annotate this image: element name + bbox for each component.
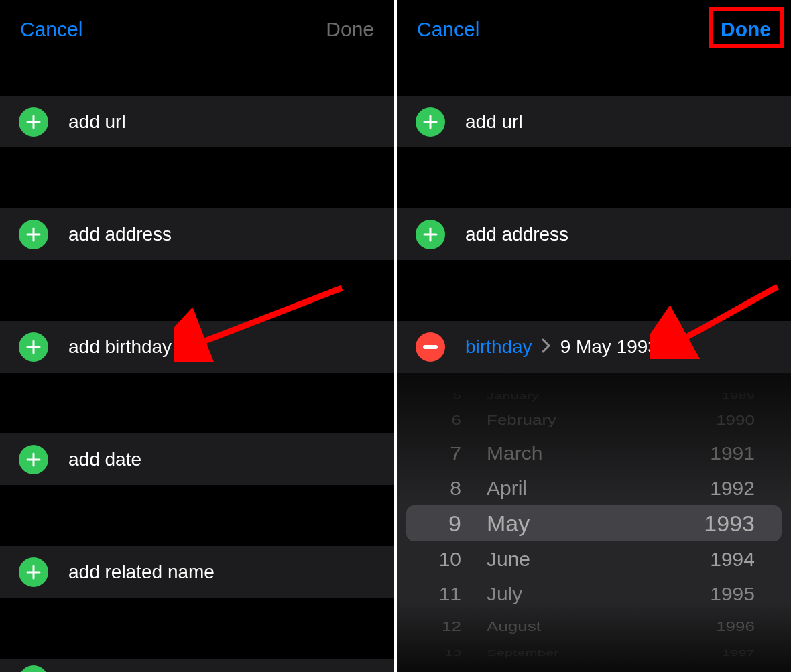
cancel-button[interactable]: Cancel — [20, 18, 82, 41]
picker-day-option[interactable]: 12 — [397, 614, 479, 639]
nav-bar: Cancel Done — [0, 0, 394, 59]
add-address-label: add address — [68, 224, 172, 245]
picker-day-option[interactable]: 6 — [397, 408, 479, 433]
add-related-name-label: add related name — [68, 561, 215, 583]
picker-month-wheel[interactable]: January February March April May June Ju… — [479, 373, 653, 672]
picker-day-option[interactable]: 8 — [397, 473, 479, 504]
picker-day-wheel[interactable]: 5 6 7 8 9 10 11 12 13 — [397, 373, 479, 672]
picker-year-option[interactable]: 1993 — [653, 508, 791, 539]
add-url-label: add url — [68, 111, 126, 133]
add-social-profile-row[interactable]: add social profile — [0, 658, 394, 672]
plus-icon — [19, 107, 48, 137]
picker-month-option[interactable]: April — [479, 473, 653, 504]
plus-icon — [416, 107, 445, 137]
date-picker[interactable]: 5 6 7 8 9 10 11 12 13 January February M… — [397, 373, 791, 672]
picker-year-option[interactable]: 1997 — [653, 644, 791, 663]
picker-day-option[interactable]: 10 — [397, 544, 479, 575]
birthday-type-button[interactable]: birthday — [465, 336, 532, 358]
picker-year-option[interactable]: 1989 — [653, 387, 791, 405]
picker-month-option[interactable]: February — [479, 408, 653, 433]
chevron-right-icon — [542, 338, 551, 356]
birthday-field-row[interactable]: birthday 9 May 1993 — [397, 320, 791, 373]
svg-rect-1 — [423, 345, 438, 349]
add-birthday-label: add birthday — [68, 336, 172, 358]
plus-icon — [19, 332, 48, 362]
plus-icon — [19, 445, 48, 474]
plus-icon — [19, 557, 48, 587]
picker-year-option[interactable]: 1995 — [653, 580, 791, 608]
add-birthday-row[interactable]: add birthday — [0, 320, 394, 373]
cancel-button[interactable]: Cancel — [417, 18, 479, 41]
picker-day-option[interactable]: 11 — [397, 580, 479, 608]
picker-year-option[interactable]: 1994 — [653, 544, 791, 575]
picker-month-option[interactable]: July — [479, 580, 653, 608]
annotation-highlight-box — [709, 7, 784, 48]
add-date-row[interactable]: add date — [0, 433, 394, 485]
minus-icon[interactable] — [416, 332, 445, 362]
add-url-label: add url — [465, 111, 523, 133]
picker-day-option[interactable]: 5 — [397, 387, 479, 405]
picker-month-option[interactable]: September — [479, 644, 653, 663]
picker-year-option[interactable]: 1992 — [653, 473, 791, 504]
contact-edit-screen-before: Cancel Done add url add address add birt… — [0, 0, 394, 672]
add-address-row[interactable]: add address — [0, 208, 394, 260]
picker-month-option[interactable]: June — [479, 544, 653, 575]
add-url-row[interactable]: add url — [397, 95, 791, 147]
picker-month-option[interactable]: May — [479, 508, 653, 539]
plus-icon — [19, 220, 48, 249]
add-related-name-row[interactable]: add related name — [0, 545, 394, 598]
picker-day-option[interactable]: 13 — [397, 644, 479, 663]
birthday-value: 9 May 1993 — [560, 336, 658, 358]
picker-day-option[interactable]: 7 — [397, 440, 479, 468]
picker-day-option[interactable]: 9 — [397, 508, 479, 539]
done-button[interactable]: Done — [326, 18, 374, 41]
picker-year-option[interactable]: 1990 — [653, 408, 791, 433]
plus-icon — [19, 665, 48, 672]
picker-month-option[interactable]: August — [479, 614, 653, 639]
picker-month-option[interactable]: March — [479, 440, 653, 468]
plus-icon — [416, 220, 445, 249]
picker-year-option[interactable]: 1996 — [653, 614, 791, 639]
add-address-label: add address — [465, 224, 568, 245]
add-date-label: add date — [68, 449, 141, 470]
contact-edit-screen-after: Cancel Done add url add address birthday… — [397, 0, 791, 672]
picker-month-option[interactable]: January — [479, 387, 653, 405]
picker-year-wheel[interactable]: 1989 1990 1991 1992 1993 1994 1995 1996 … — [653, 373, 791, 672]
add-address-row[interactable]: add address — [397, 208, 791, 260]
picker-year-option[interactable]: 1991 — [653, 440, 791, 468]
add-url-row[interactable]: add url — [0, 95, 394, 147]
